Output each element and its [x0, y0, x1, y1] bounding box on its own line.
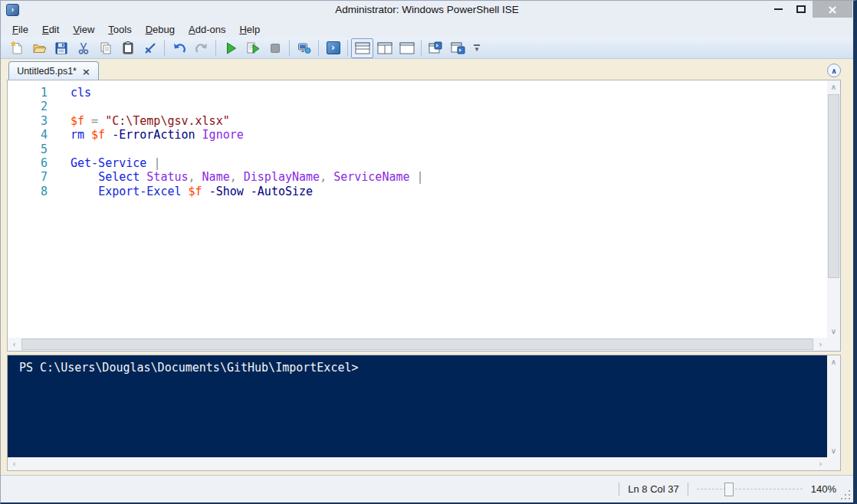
scroll-left-icon[interactable]: ‹	[8, 338, 21, 351]
menu-view[interactable]: View	[66, 22, 101, 37]
console-vertical-scrollbar[interactable]: ∧ ∨	[827, 355, 840, 457]
open-script-button[interactable]	[28, 38, 50, 58]
line-number-gutter: 12345678	[8, 80, 48, 338]
scroll-down-icon[interactable]: ∨	[827, 444, 840, 457]
toolbar: › ▾	[1, 38, 853, 59]
workspace: Untitled5.ps1* × ∧ 12345678 cls$f = "C:\…	[1, 59, 853, 476]
menu-add-ons[interactable]: Add-ons	[182, 22, 232, 37]
script-pane-right-icon	[377, 42, 392, 54]
code-line[interactable]: Get-Service |	[71, 156, 424, 170]
zoom-slider[interactable]	[697, 482, 803, 497]
scroll-up-icon[interactable]: ∧	[827, 355, 840, 368]
editor-vscroll-thumb[interactable]	[828, 94, 839, 278]
tab-untitled5[interactable]: Untitled5.ps1* ×	[8, 61, 99, 80]
paste-button[interactable]	[117, 38, 139, 58]
cut-button[interactable]	[72, 38, 94, 58]
clear-console-pane-button[interactable]	[139, 38, 161, 58]
redo-button[interactable]	[190, 38, 212, 58]
editor-hscroll-thumb[interactable]	[21, 339, 813, 350]
statusbar: Ln 8 Col 37 140%	[1, 475, 853, 502]
tab-close-icon[interactable]: ×	[82, 66, 90, 77]
line-number: 6	[8, 156, 48, 170]
line-number: 1	[8, 86, 48, 100]
code-line[interactable]: rm $f -ErrorAction Ignore	[71, 128, 424, 142]
code-line[interactable]: Select Status, Name, DisplayName, Servic…	[71, 170, 424, 184]
code-line[interactable]: $f = "C:\Temp\gsv.xlsx"	[71, 114, 424, 128]
menu-edit[interactable]: Edit	[35, 22, 66, 37]
cut-scissors-icon	[76, 41, 91, 56]
scroll-right-icon[interactable]: ›	[814, 457, 827, 470]
code-line[interactable]: cls	[71, 86, 424, 100]
scrollbar-corner	[827, 338, 840, 351]
console-horizontal-scrollbar[interactable]: ‹ ›	[8, 457, 827, 470]
tab-label: Untitled5.ps1*	[17, 66, 77, 77]
start-powershell-exe-button[interactable]: ›	[322, 38, 344, 58]
code-line[interactable]	[71, 142, 424, 156]
cursor-position: Ln 8 Col 37	[628, 483, 679, 495]
show-script-pane-button[interactable]	[447, 38, 469, 58]
line-number: 3	[8, 114, 48, 128]
show-script-pane-right-button[interactable]	[373, 38, 396, 58]
toolbar-separator	[347, 40, 348, 56]
copy-icon	[98, 41, 113, 56]
close-button[interactable]: ×	[813, 1, 852, 18]
zoom-slider-track[interactable]	[697, 489, 803, 489]
redo-icon	[194, 41, 209, 56]
menu-help[interactable]: Help	[232, 22, 267, 37]
undo-button[interactable]	[168, 38, 190, 58]
code-line[interactable]	[71, 100, 424, 113]
save-script-button[interactable]	[50, 38, 72, 58]
scroll-left-icon[interactable]: ‹	[8, 457, 21, 470]
window-title: Administrator: Windows PowerShell ISE	[1, 4, 853, 15]
paste-clipboard-icon	[120, 41, 136, 56]
menu-debug[interactable]: Debug	[139, 22, 182, 37]
stop-icon	[268, 41, 283, 56]
maximize-button[interactable]	[790, 1, 813, 18]
menu-file[interactable]: File	[5, 22, 35, 37]
code-line[interactable]: Export-Excel $f -Show -AutoSize	[71, 185, 424, 198]
status-separator	[619, 483, 619, 496]
clear-console-icon	[143, 41, 158, 56]
window-controls: ×	[767, 1, 852, 18]
resize-grip[interactable]	[839, 489, 850, 499]
show-command-addon-button[interactable]	[425, 38, 447, 58]
run-selection-button[interactable]	[241, 38, 264, 58]
toolbar-overflow-button[interactable]: ▾	[471, 38, 483, 58]
minimize-icon	[774, 8, 783, 10]
editor-horizontal-scrollbar[interactable]: ‹ ›	[8, 338, 827, 351]
command-addon-icon	[428, 41, 444, 55]
editor-vertical-scrollbar[interactable]: ∧ ∨	[827, 80, 840, 338]
show-script-pane-top-button[interactable]	[351, 38, 373, 58]
save-floppy-icon	[54, 41, 69, 56]
undo-icon	[172, 41, 187, 56]
scroll-up-icon[interactable]: ∧	[827, 80, 840, 93]
line-number: 7	[8, 170, 48, 184]
menu-tools[interactable]: Tools	[101, 22, 138, 37]
console-output[interactable]: PS C:\Users\Douglas\Documents\GitHub\Imp…	[8, 355, 827, 457]
copy-button[interactable]	[94, 38, 117, 58]
script-editor[interactable]: 12345678 cls$f = "C:\Temp\gsv.xlsx"rm $f…	[8, 80, 827, 338]
stop-operation-button[interactable]	[264, 38, 286, 58]
minimize-button[interactable]	[767, 1, 790, 18]
run-script-button[interactable]	[219, 38, 241, 58]
run-script-icon	[223, 41, 238, 56]
status-right-cluster: Ln 8 Col 37 140%	[619, 476, 836, 502]
new-remote-powershell-tab-button[interactable]	[293, 38, 315, 58]
powershell-exe-icon: ›	[327, 41, 340, 54]
line-number: 2	[8, 100, 48, 113]
line-number: 5	[8, 142, 48, 156]
scroll-down-icon[interactable]: ∨	[827, 325, 840, 338]
open-folder-icon	[31, 41, 47, 56]
script-pane-top-icon	[355, 42, 370, 54]
show-script-pane-maximized-button[interactable]	[396, 38, 418, 58]
scroll-right-icon[interactable]: ›	[814, 338, 827, 351]
collapse-script-pane-button[interactable]: ∧	[827, 64, 841, 77]
overflow-chevron-icon: ▾	[475, 47, 479, 51]
scrollbar-corner	[827, 457, 840, 470]
toolbar-separator	[421, 40, 422, 56]
status-separator	[688, 483, 688, 496]
zoom-slider-thumb[interactable]	[724, 483, 734, 496]
toolbar-separator	[164, 40, 165, 56]
line-number: 8	[8, 185, 48, 198]
new-script-button[interactable]	[5, 38, 28, 58]
